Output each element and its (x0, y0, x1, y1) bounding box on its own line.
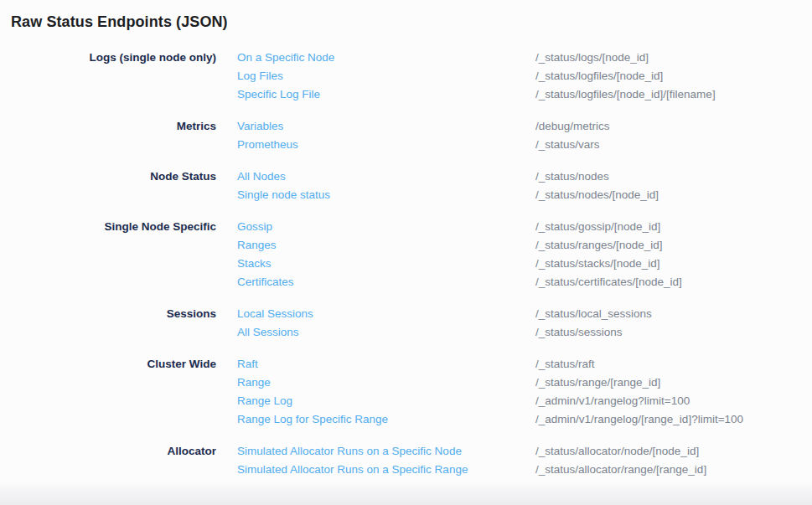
endpoint-group: AllocatorSimulated Allocator Runs on a S… (0, 442, 812, 479)
endpoint-path: /_status/vars (535, 136, 600, 154)
endpoint-path: /_status/certificates/[node_id] (535, 273, 682, 291)
endpoint-path: /_status/nodes (535, 167, 609, 186)
endpoint-path: /_status/stacks/[node_id] (535, 255, 660, 273)
entry-list: All Nodes/_status/nodesSingle node statu… (237, 167, 812, 204)
endpoint-link[interactable]: Certificates (237, 273, 535, 291)
endpoint-entry: Simulated Allocator Runs on a Specific N… (237, 442, 812, 461)
endpoint-entry: Range Log/_admin/v1/rangelog?limit=100 (237, 392, 812, 410)
endpoint-entry: Stacks/_status/stacks/[node_id] (237, 255, 812, 273)
endpoint-link[interactable]: Local Sessions (237, 305, 535, 323)
entry-list: On a Specific Node/_status/logs/[node_id… (237, 49, 812, 104)
endpoint-path: /debug/metrics (535, 117, 610, 136)
endpoint-path: /_status/allocator/range/[range_id] (535, 461, 706, 479)
endpoint-path: /_status/logfiles/[node_id] (535, 67, 663, 85)
endpoint-entry: Raft/_status/raft (237, 355, 812, 374)
endpoint-link[interactable]: Specific Log File (237, 85, 535, 104)
endpoint-link[interactable]: All Nodes (237, 167, 535, 186)
endpoint-path: /_status/local_sessions (535, 305, 652, 323)
endpoint-entry: On a Specific Node/_status/logs/[node_id… (237, 49, 812, 67)
category-label: Allocator (0, 442, 216, 461)
endpoint-group: Single Node SpecificGossip/_status/gossi… (0, 218, 812, 291)
endpoint-group: Logs (single node only)On a Specific Nod… (0, 49, 812, 104)
endpoint-entry: Variables/debug/metrics (237, 117, 812, 136)
entry-list: Local Sessions/_status/local_sessionsAll… (237, 305, 812, 342)
endpoint-link[interactable]: Range (237, 374, 535, 392)
endpoint-groups: Logs (single node only)On a Specific Nod… (0, 49, 812, 479)
endpoint-entry: Ranges/_status/ranges/[node_id] (237, 236, 812, 255)
endpoint-entry: Range Log for Specific Range/_admin/v1/r… (237, 410, 812, 429)
endpoint-path: /_status/gossip/[node_id] (535, 218, 660, 236)
endpoint-path: /_status/allocator/node/[node_id] (535, 442, 699, 461)
category-label: Single Node Specific (0, 218, 216, 236)
endpoint-link[interactable]: Stacks (237, 255, 535, 273)
endpoint-entry: All Sessions/_status/sessions (237, 323, 812, 342)
endpoint-link[interactable]: Simulated Allocator Runs on a Specific N… (237, 442, 535, 461)
endpoint-entry: Simulated Allocator Runs on a Specific R… (237, 461, 812, 479)
endpoint-path: /_status/sessions (535, 323, 623, 342)
category-label: Node Status (0, 167, 216, 186)
endpoint-entry: Local Sessions/_status/local_sessions (237, 305, 812, 323)
endpoint-link[interactable]: Variables (237, 117, 535, 136)
endpoint-link[interactable]: Simulated Allocator Runs on a Specific R… (237, 461, 535, 479)
entry-list: Simulated Allocator Runs on a Specific N… (237, 442, 812, 479)
endpoint-link[interactable]: Raft (237, 355, 535, 374)
bottom-strip (0, 483, 812, 505)
endpoint-path: /_status/logs/[node_id] (535, 49, 649, 67)
endpoint-group: MetricsVariables/debug/metricsPrometheus… (0, 117, 812, 154)
endpoint-entry: Prometheus/_status/vars (237, 136, 812, 154)
endpoint-path: /_status/ranges/[node_id] (535, 236, 663, 255)
endpoint-path: /_status/logfiles/[node_id]/[filename] (535, 85, 716, 104)
entry-list: Raft/_status/raftRange/_status/range/[ra… (237, 355, 812, 429)
endpoint-link[interactable]: On a Specific Node (237, 49, 535, 67)
entry-list: Variables/debug/metricsPrometheus/_statu… (237, 117, 812, 154)
page-title: Raw Status Endpoints (JSON) (0, 0, 812, 32)
endpoint-path: /_admin/v1/rangelog/[range_id]?limit=100 (535, 410, 743, 429)
endpoint-link[interactable]: Prometheus (237, 136, 535, 154)
category-label: Logs (single node only) (0, 49, 216, 67)
entry-list: Gossip/_status/gossip/[node_id]Ranges/_s… (237, 218, 812, 291)
endpoint-group: SessionsLocal Sessions/_status/local_ses… (0, 305, 812, 342)
endpoint-link[interactable]: Range Log (237, 392, 535, 410)
endpoint-entry: Specific Log File/_status/logfiles/[node… (237, 85, 812, 104)
endpoint-link[interactable]: Single node status (237, 186, 535, 204)
endpoint-entry: Gossip/_status/gossip/[node_id] (237, 218, 812, 236)
endpoint-path: /_status/raft (535, 355, 595, 374)
category-label: Sessions (0, 305, 216, 323)
endpoint-link[interactable]: Gossip (237, 218, 535, 236)
endpoint-path: /_status/nodes/[node_id] (535, 186, 659, 204)
endpoint-entry: Range/_status/range/[range_id] (237, 374, 812, 392)
category-label: Metrics (0, 117, 216, 136)
endpoint-group: Node StatusAll Nodes/_status/nodesSingle… (0, 167, 812, 204)
endpoint-link[interactable]: Range Log for Specific Range (237, 410, 535, 429)
endpoint-link[interactable]: Log Files (237, 67, 535, 85)
endpoint-entry: All Nodes/_status/nodes (237, 167, 812, 186)
endpoint-link[interactable]: All Sessions (237, 323, 535, 342)
endpoint-path: /_status/range/[range_id] (535, 374, 660, 392)
endpoint-group: Cluster WideRaft/_status/raftRange/_stat… (0, 355, 812, 429)
endpoint-entry: Log Files/_status/logfiles/[node_id] (237, 67, 812, 85)
endpoint-link[interactable]: Ranges (237, 236, 535, 255)
endpoint-entry: Single node status/_status/nodes/[node_i… (237, 186, 812, 204)
category-label: Cluster Wide (0, 355, 216, 374)
endpoint-entry: Certificates/_status/certificates/[node_… (237, 273, 812, 291)
endpoint-path: /_admin/v1/rangelog?limit=100 (535, 392, 690, 410)
